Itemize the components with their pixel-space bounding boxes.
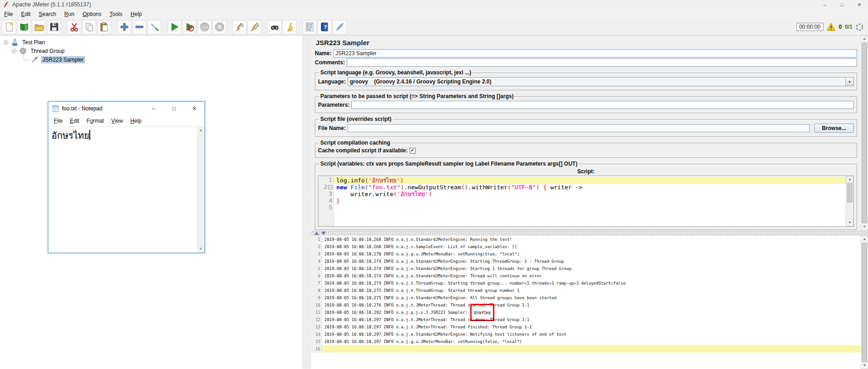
log-viewer[interactable]: 12019-08-05 16:06:18,268 INFO o.a.j.e.St… [311, 236, 868, 369]
sampler-config-panel: JSR223 Sampler Name: Comments: Script la… [311, 36, 868, 230]
name-input[interactable] [334, 49, 857, 57]
editor-line-number: 1 [318, 177, 332, 184]
log-line-text: 2019-08-05 16:06:18,274 INFO o.a.j.t.Thr… [322, 280, 861, 287]
menu-item-run[interactable]: Run [60, 10, 78, 18]
editor-scrollbar[interactable]: ▲ ▼ [846, 176, 853, 226]
tree-expand-knob-icon[interactable] [12, 49, 16, 53]
menu-item-edit[interactable]: Edit [66, 117, 83, 125]
toolbar-paste-button[interactable] [97, 20, 111, 34]
svg-text:STOP: STOP [201, 26, 208, 29]
toolbar-stop-button[interactable]: STOP [197, 20, 211, 34]
tree-expand-knob-icon[interactable] [4, 40, 8, 45]
caching-legend: Script compilation caching [319, 140, 391, 146]
toolbar-copy-button[interactable] [82, 20, 96, 34]
tree-connector [24, 52, 29, 60]
language-select[interactable]: groovy (Groovy 2.4.16 / Groovy Scripting… [348, 77, 854, 86]
toolbar-start-no-timers-button[interactable] [182, 20, 196, 34]
comments-input[interactable] [347, 58, 857, 67]
menu-item-edit[interactable]: Edit [17, 10, 35, 18]
scroll-up-icon[interactable]: ▲ [861, 36, 868, 42]
cache-checkbox[interactable]: ✔ [410, 148, 416, 154]
notepad-scrollbar[interactable]: ▲ ▼ [197, 127, 205, 253]
minimize-button[interactable]: – [816, 0, 833, 9]
toolbar-open-file-button[interactable] [32, 20, 46, 34]
maximize-button[interactable]: □ [164, 102, 184, 115]
chevron-down-icon[interactable]: ▼ [845, 78, 853, 86]
log-line: 62019-08-05 16:06:18,274 INFO o.a.j.e.St… [311, 272, 861, 280]
collapse-up-icon[interactable] [314, 232, 319, 235]
toolbar-new-file-button[interactable] [2, 20, 16, 34]
menu-item-file[interactable]: File [0, 10, 17, 18]
log-line-text: 2019-08-05 16:06:18,268 INFO o.a.j.e.Sta… [322, 236, 861, 243]
toolbar-shutdown-button[interactable] [212, 20, 226, 34]
log-line: 102019-08-05 16:06:18,276 INFO o.a.j.t.J… [311, 301, 861, 309]
log-line: 92019-08-05 16:06:18,275 INFO o.a.j.e.St… [311, 294, 861, 301]
scrollbar-thumb[interactable] [862, 243, 867, 362]
toolbar-templates-button[interactable] [17, 20, 31, 34]
collapse-down-icon[interactable] [321, 232, 326, 235]
scroll-up-icon[interactable]: ▲ [197, 127, 205, 134]
toolbar-start-button[interactable] [167, 20, 181, 34]
close-button[interactable]: ✕ [184, 102, 205, 115]
minimize-button[interactable]: – [143, 102, 164, 115]
browse-button[interactable]: Browse... [814, 124, 854, 133]
right-panel: JSR223 Sampler Name: Comments: Script la… [311, 36, 868, 369]
tree-splitter[interactable] [302, 36, 311, 369]
toolbar-search-reset-button[interactable] [282, 20, 297, 34]
log-error-count: 0 [839, 24, 842, 30]
scroll-down-icon[interactable]: ▼ [846, 219, 853, 226]
toolbar-apache-feather-button[interactable] [333, 20, 347, 34]
log-scrollbar[interactable]: ▲ ▼ [861, 236, 868, 369]
file-name-input[interactable] [348, 124, 810, 132]
save-icon [49, 21, 60, 32]
tree-item-test-plan[interactable]: Test Plan [0, 38, 302, 47]
toolbar-clear-button[interactable] [232, 20, 247, 34]
log-line-number: 1 [311, 236, 322, 243]
help-icon: ? [319, 21, 330, 32]
notepad-text-area[interactable]: อักษรไทย ▲ ▼ [48, 126, 205, 253]
script-language-legend: Script language (e.g. Groovy, beanshell,… [319, 69, 473, 76]
toolbar-save-button[interactable] [47, 20, 61, 34]
toolbar-help-button[interactable]: ? [318, 20, 332, 34]
tree-item-jsr223-sampler[interactable]: JSR223 Sampler [0, 55, 302, 64]
toolbar: STOP? 00:00:00 0 0/1 [0, 19, 868, 36]
log-line-number: 8 [311, 287, 322, 294]
warning-icon[interactable] [827, 23, 836, 31]
parameters-input[interactable] [351, 101, 854, 109]
log-line-number: 4 [311, 258, 322, 265]
toolbar-search-button[interactable] [267, 20, 282, 34]
fold-collapse-icon[interactable]: − [328, 185, 332, 189]
toolbar-cut-button[interactable] [67, 20, 81, 34]
toolbar-collapse-button[interactable] [132, 20, 146, 34]
scrollbar-thumb[interactable] [862, 43, 867, 223]
log-splitter[interactable] [311, 230, 868, 236]
menu-item-search[interactable]: Search [35, 10, 60, 18]
scroll-up-icon[interactable]: ▲ [861, 236, 868, 243]
menu-item-file[interactable]: File [50, 117, 66, 125]
menu-item-format[interactable]: Format [83, 117, 108, 125]
menu-item-view[interactable]: View [108, 117, 127, 125]
log-line-text: 2019-08-05 16:06:18,297 INFO o.a.j.t.JMe… [322, 316, 861, 323]
scroll-down-icon[interactable]: ▼ [197, 245, 205, 253]
scroll-down-icon[interactable]: ▼ [861, 223, 868, 230]
menu-item-tools[interactable]: Tools [106, 10, 127, 18]
toolbar-toggle-button[interactable] [147, 20, 161, 34]
scrollbar-thumb[interactable] [847, 183, 853, 203]
scroll-up-icon[interactable]: ▲ [846, 176, 853, 183]
maximize-button[interactable]: □ [833, 0, 851, 9]
config-scrollbar[interactable]: ▲ ▼ [861, 36, 868, 230]
menu-bar: FileEditSearchRunOptionsToolsHelp [0, 9, 868, 19]
toolbar-function-helper-button[interactable] [303, 20, 317, 34]
menu-item-options[interactable]: Options [78, 10, 105, 18]
editor-code[interactable]: log.info('อักษรไทย')new File("foo.txt").… [334, 176, 846, 226]
toolbar-clear-all-button[interactable] [247, 20, 262, 34]
scroll-down-icon[interactable]: ▼ [861, 362, 868, 369]
notepad-title-bar[interactable]: foo.txt - Notepad – □ ✕ [48, 102, 205, 115]
log-line: 22019-08-05 16:06:18,268 INFO o.a.j.s.Sa… [311, 243, 861, 250]
script-editor[interactable]: 12−345 log.info('อักษรไทย')new File("foo… [318, 176, 854, 227]
tree-item-thread-group[interactable]: Thread Group [0, 47, 302, 55]
menu-item-help[interactable]: Help [127, 10, 146, 18]
menu-item-help[interactable]: Help [127, 117, 145, 125]
toolbar-expand-button[interactable] [117, 20, 131, 34]
close-button[interactable]: ✕ [851, 0, 868, 9]
